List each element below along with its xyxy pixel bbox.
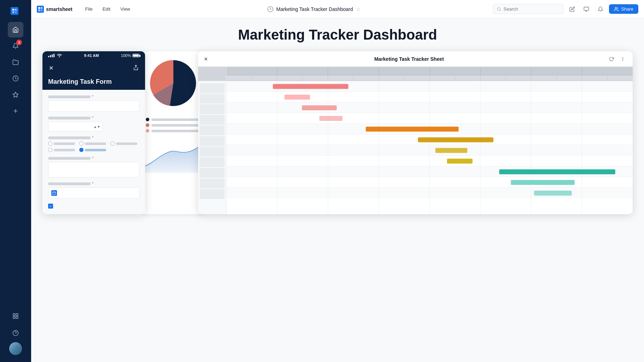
gantt-col-header (430, 67, 481, 75)
radio-item-3[interactable] (110, 141, 137, 146)
gantt-header: ✕ Marketing Task Tracker Sheet (198, 51, 633, 67)
radio-label-3 (116, 142, 137, 145)
gantt-sub-cell (608, 75, 633, 81)
gantt-sub-cell (455, 75, 481, 81)
sidebar-item-grid[interactable] (8, 308, 23, 324)
gantt-actions (607, 55, 627, 63)
gantt-label-row-6 (200, 136, 225, 146)
favorite-icon[interactable]: ☆ (356, 6, 361, 12)
topbar-actions: Share (493, 4, 638, 15)
topbar-nav-edit[interactable]: Edit (98, 4, 115, 14)
edit-button[interactable] (567, 4, 578, 15)
pie-chart-container (145, 51, 202, 115)
gantt-col-header (379, 67, 430, 75)
gantt-col-header (226, 67, 277, 75)
sidebar-item-home[interactable] (8, 22, 23, 37)
search-input[interactable] (504, 6, 560, 12)
svg-point-19 (498, 7, 500, 10)
radio-item-5-selected[interactable] (79, 148, 106, 152)
gantt-bar-11 (534, 191, 572, 195)
mobile-status-bar: 9:41 AM 100% (42, 51, 145, 60)
present-button[interactable] (581, 4, 592, 15)
gantt-sub-cell (481, 75, 506, 81)
doc-title: Marketing Task Tracker Dashboard (276, 6, 353, 12)
radio-label-5 (85, 149, 106, 151)
gantt-label-row-10 (200, 179, 225, 188)
gantt-label-row-11 (200, 189, 225, 199)
radio-item-1[interactable] (48, 141, 75, 146)
app-wrapper: 3 (0, 0, 644, 362)
gantt-more-btn[interactable] (619, 55, 627, 63)
radio-label-4 (54, 149, 75, 151)
sidebar-item-folder[interactable] (8, 54, 23, 70)
gantt-refresh-btn[interactable] (607, 55, 616, 63)
mobile-close-button[interactable]: ✕ (48, 64, 54, 72)
svg-point-33 (622, 60, 623, 60)
gantt-sub-cell (557, 75, 582, 81)
dashboard-icon (267, 6, 274, 12)
notifications-button[interactable] (595, 4, 606, 15)
dashboard-panels: 9:41 AM 100% ✕ (42, 51, 633, 214)
topbar-nav-view[interactable]: View (116, 4, 134, 14)
radio-circle-5 (79, 148, 84, 152)
gantt-body (198, 67, 633, 214)
svg-point-25 (59, 56, 60, 57)
radio-circle-2 (79, 141, 84, 146)
gantt-label-row-5 (200, 125, 225, 135)
topbar-nav-file[interactable]: File (81, 4, 97, 14)
logo-icon (11, 7, 18, 15)
form-select-2[interactable]: ▲▼ (48, 122, 103, 132)
main-content: smartsheet File Edit View Marketing Task… (31, 0, 644, 362)
sidebar-item-recent[interactable] (8, 71, 23, 86)
radio-item-2[interactable] (79, 141, 106, 146)
gantt-sub-cell (531, 75, 557, 81)
checkbox-checked[interactable]: ✓ (48, 204, 53, 209)
svg-rect-8 (13, 314, 15, 315)
chart-legend (142, 115, 205, 138)
gantt-sub-cell (303, 75, 328, 81)
svg-rect-17 (41, 9, 42, 11)
mobile-form-panel: 9:41 AM 100% ✕ (42, 51, 145, 214)
gantt-sub-cell (404, 75, 430, 81)
page-area: Marketing Tracker Dashboard (31, 18, 644, 362)
sidebar-item-favorites[interactable] (8, 87, 23, 103)
svg-point-24 (615, 7, 617, 9)
mobile-time: 9:41 AM (84, 53, 99, 58)
svg-rect-10 (16, 317, 18, 319)
form-input-1[interactable] (48, 100, 139, 112)
gantt-label-row-9 (200, 168, 225, 178)
form-label-5 (48, 182, 91, 185)
gantt-bar-2 (284, 95, 310, 100)
legend-item-1 (146, 118, 201, 121)
svg-rect-0 (12, 9, 14, 11)
legend-item-2 (146, 123, 201, 127)
mobile-share-button[interactable] (132, 64, 139, 72)
radio-circle-4 (48, 148, 52, 152)
avatar[interactable] (9, 342, 22, 355)
svg-rect-14 (38, 7, 40, 9)
topbar: smartsheet File Edit View Marketing Task… (31, 0, 644, 18)
page-title: Marketing Tracker Dashboard (42, 27, 633, 43)
gantt-col-header (531, 67, 582, 75)
form-label-1 (48, 95, 91, 98)
gantt-sub-cell (226, 75, 252, 81)
gantt-sub-cell (506, 75, 531, 81)
sidebar-item-add[interactable] (8, 103, 23, 119)
search-box[interactable] (493, 4, 564, 14)
svg-rect-15 (41, 7, 42, 9)
form-textarea-4[interactable] (48, 162, 139, 177)
sidebar-item-notifications[interactable]: 3 (8, 38, 23, 54)
date-field-5[interactable] (48, 187, 139, 199)
gantt-bar-8 (447, 159, 472, 164)
radio-item-4[interactable] (48, 148, 75, 152)
radio-label-1 (54, 142, 75, 145)
sidebar-item-help[interactable] (8, 325, 23, 341)
gantt-label-row-1 (200, 83, 225, 93)
radio-circle-1 (48, 141, 52, 146)
form-field-3 (48, 136, 139, 152)
svg-point-31 (622, 57, 623, 58)
mobile-form-body: ▲▼ (42, 90, 145, 214)
share-button[interactable]: Share (609, 4, 638, 14)
gantt-close-btn[interactable]: ✕ (204, 56, 208, 62)
chart-panel (142, 51, 205, 214)
